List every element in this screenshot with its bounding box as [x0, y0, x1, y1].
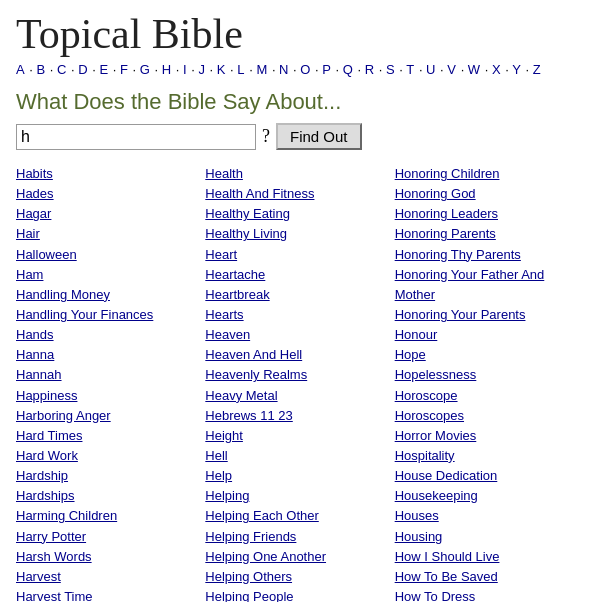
alphabet-link-u[interactable]: U	[426, 62, 435, 77]
column-1: HabitsHadesHagarHairHalloweenHamHandling…	[16, 164, 205, 602]
topic-link[interactable]: How To Be Saved	[395, 567, 584, 587]
alphabet-link-r[interactable]: R	[365, 62, 374, 77]
topic-link[interactable]: Handling Your Finances	[16, 305, 205, 325]
topic-link[interactable]: Honour	[395, 325, 584, 345]
topic-link[interactable]: Handling Money	[16, 285, 205, 305]
topic-link[interactable]: Heartbreak	[205, 285, 394, 305]
topic-link[interactable]: Harvest Time	[16, 587, 205, 602]
topic-link[interactable]: Helping People	[205, 587, 394, 602]
topic-link[interactable]: Heaven And Hell	[205, 345, 394, 365]
topic-link[interactable]: Heartache	[205, 265, 394, 285]
topic-link[interactable]: Helping	[205, 486, 394, 506]
topic-link[interactable]: Hope	[395, 345, 584, 365]
topic-columns: HabitsHadesHagarHairHalloweenHamHandling…	[16, 164, 584, 602]
topic-link[interactable]: Hell	[205, 446, 394, 466]
topic-link[interactable]: Healthy Eating	[205, 204, 394, 224]
topic-link[interactable]: Hard Work	[16, 446, 205, 466]
column-2: HealthHealth And FitnessHealthy EatingHe…	[205, 164, 394, 602]
topic-link[interactable]: Hebrews 11 23	[205, 406, 394, 426]
topic-link[interactable]: Harsh Words	[16, 547, 205, 567]
alphabet-link-y[interactable]: Y	[512, 62, 521, 77]
alphabet-link-a[interactable]: A	[16, 62, 25, 77]
alphabet-link-w[interactable]: W	[468, 62, 480, 77]
topic-link[interactable]: Health	[205, 164, 394, 184]
alphabet-link-j[interactable]: J	[198, 62, 205, 77]
alphabet-link-i[interactable]: I	[183, 62, 187, 77]
alphabet-link-c[interactable]: C	[57, 62, 66, 77]
topic-link[interactable]: Help	[205, 466, 394, 486]
alphabet-nav: A · B · C · D · E · F · G · H · I · J · …	[16, 62, 584, 77]
page-title: Topical Bible	[16, 10, 584, 58]
topic-link[interactable]: Heavy Metal	[205, 386, 394, 406]
alphabet-link-b[interactable]: B	[37, 62, 46, 77]
alphabet-link-x[interactable]: X	[492, 62, 501, 77]
topic-link[interactable]: Honoring Thy Parents	[395, 245, 584, 265]
alphabet-link-k[interactable]: K	[217, 62, 226, 77]
alphabet-link-n[interactable]: N	[279, 62, 288, 77]
topic-link[interactable]: Hannah	[16, 365, 205, 385]
alphabet-link-l[interactable]: L	[237, 62, 244, 77]
alphabet-link-t[interactable]: T	[406, 62, 414, 77]
topic-link[interactable]: House Dedication	[395, 466, 584, 486]
topic-link[interactable]: Harvest	[16, 567, 205, 587]
topic-link[interactable]: Habits	[16, 164, 205, 184]
find-out-button[interactable]: Find Out	[276, 123, 362, 150]
topic-link[interactable]: Harry Potter	[16, 527, 205, 547]
topic-link[interactable]: Helping Each Other	[205, 506, 394, 526]
alphabet-link-e[interactable]: E	[100, 62, 109, 77]
topic-link[interactable]: Healthy Living	[205, 224, 394, 244]
alphabet-link-s[interactable]: S	[386, 62, 395, 77]
search-input[interactable]	[16, 124, 256, 150]
topic-link[interactable]: Hair	[16, 224, 205, 244]
alphabet-link-h[interactable]: H	[162, 62, 171, 77]
alphabet-link-v[interactable]: V	[447, 62, 456, 77]
alphabet-link-m[interactable]: M	[256, 62, 267, 77]
topic-link[interactable]: Housing	[395, 527, 584, 547]
topic-link[interactable]: Housekeeping	[395, 486, 584, 506]
topic-link[interactable]: Hopelessness	[395, 365, 584, 385]
topic-link[interactable]: Honoring Your Parents	[395, 305, 584, 325]
topic-link[interactable]: Honoring Parents	[395, 224, 584, 244]
topic-link[interactable]: Height	[205, 426, 394, 446]
topic-link[interactable]: Hands	[16, 325, 205, 345]
topic-link[interactable]: Hardship	[16, 466, 205, 486]
alphabet-link-p[interactable]: P	[322, 62, 331, 77]
topic-link[interactable]: Horoscope	[395, 386, 584, 406]
topic-link[interactable]: Heavenly Realms	[205, 365, 394, 385]
topic-link[interactable]: Honoring Leaders	[395, 204, 584, 224]
topic-link[interactable]: Helping Friends	[205, 527, 394, 547]
topic-link[interactable]: Helping One Another	[205, 547, 394, 567]
topic-link[interactable]: Health And Fitness	[205, 184, 394, 204]
topic-link[interactable]: Hospitality	[395, 446, 584, 466]
topic-link[interactable]: Harming Children	[16, 506, 205, 526]
topic-link[interactable]: Horror Movies	[395, 426, 584, 446]
alphabet-link-g[interactable]: G	[140, 62, 150, 77]
topic-link[interactable]: Halloween	[16, 245, 205, 265]
topic-link[interactable]: Helping Others	[205, 567, 394, 587]
alphabet-link-q[interactable]: Q	[343, 62, 353, 77]
topic-link[interactable]: Horoscopes	[395, 406, 584, 426]
topic-link[interactable]: Houses	[395, 506, 584, 526]
topic-link[interactable]: Hearts	[205, 305, 394, 325]
topic-link[interactable]: How I Should Live	[395, 547, 584, 567]
alphabet-link-o[interactable]: O	[300, 62, 310, 77]
search-row: ? Find Out	[16, 123, 584, 150]
topic-link[interactable]: Hagar	[16, 204, 205, 224]
topic-link[interactable]: Hard Times	[16, 426, 205, 446]
topic-link[interactable]: Hanna	[16, 345, 205, 365]
topic-link[interactable]: Heart	[205, 245, 394, 265]
alphabet-link-d[interactable]: D	[78, 62, 87, 77]
topic-link[interactable]: Honoring Children	[395, 164, 584, 184]
alphabet-link-z[interactable]: Z	[533, 62, 541, 77]
topic-link[interactable]: Heaven	[205, 325, 394, 345]
topic-link[interactable]: How To Dress	[395, 587, 584, 602]
topic-link[interactable]: Honoring God	[395, 184, 584, 204]
topic-link[interactable]: Hardships	[16, 486, 205, 506]
alphabet-link-f[interactable]: F	[120, 62, 128, 77]
topic-link[interactable]: Hades	[16, 184, 205, 204]
topic-link[interactable]: Happiness	[16, 386, 205, 406]
topic-link[interactable]: Ham	[16, 265, 205, 285]
subtitle: What Does the Bible Say About...	[16, 89, 584, 115]
topic-link[interactable]: Honoring Your Father And Mother	[395, 265, 584, 305]
topic-link[interactable]: Harboring Anger	[16, 406, 205, 426]
